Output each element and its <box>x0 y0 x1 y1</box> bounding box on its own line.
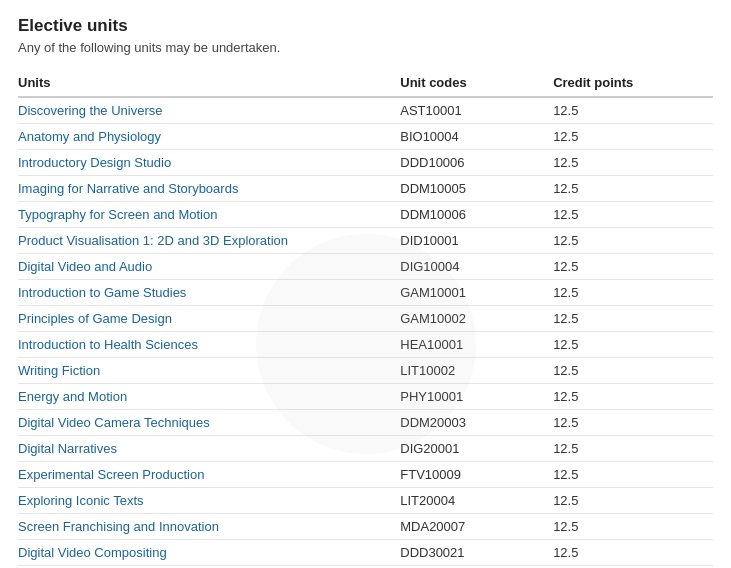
credit-points: 12.5 <box>553 124 713 150</box>
credit-points: 12.5 <box>553 176 713 202</box>
unit-link[interactable]: Product Visualisation 1: 2D and 3D Explo… <box>18 233 288 248</box>
credit-points: 12.5 <box>553 150 713 176</box>
table-row: Introduction to Game StudiesGAM1000112.5 <box>18 280 713 306</box>
unit-code: DIG20001 <box>400 436 553 462</box>
credit-points: 12.5 <box>553 228 713 254</box>
elective-units-table-wrapper: Units Unit codes Credit points Discoveri… <box>18 69 713 568</box>
table-row: Principles of Game DesignGAM1000212.5 <box>18 306 713 332</box>
unit-link[interactable]: Principles of Game Design <box>18 311 172 326</box>
unit-code: DDM10006 <box>400 202 553 228</box>
unit-code: LIT10002 <box>400 358 553 384</box>
unit-code: DID10001 <box>400 228 553 254</box>
unit-code: LIT20004 <box>400 488 553 514</box>
table-row: Product Visualisation 1: 2D and 3D Explo… <box>18 228 713 254</box>
section-title: Elective units <box>18 16 713 36</box>
unit-code: DDM10005 <box>400 176 553 202</box>
credit-points: 12.5 <box>553 488 713 514</box>
unit-code: HEA10001 <box>400 332 553 358</box>
credit-points: 12.5 <box>553 254 713 280</box>
table-row: Experimental Screen ProductionFTV1000912… <box>18 462 713 488</box>
table-row: Digital NarrativesDIG2000112.5 <box>18 436 713 462</box>
table-row: Writing FictionLIT1000212.5 <box>18 358 713 384</box>
unit-link[interactable]: Screen Franchising and Innovation <box>18 519 219 534</box>
table-row: Introductory Design StudioDDD1000612.5 <box>18 150 713 176</box>
credit-points: 12.5 <box>553 462 713 488</box>
unit-code: GAM10001 <box>400 280 553 306</box>
table-row: Digital Video Camera TechniquesDDM200031… <box>18 410 713 436</box>
table-body: Discovering the UniverseAST1000112.5Anat… <box>18 97 713 568</box>
unit-link[interactable]: Introductory Design Studio <box>18 155 171 170</box>
table-row: Digital Video and AudioDIG1000412.5 <box>18 254 713 280</box>
credit-points: 12.5 <box>553 540 713 566</box>
unit-link[interactable]: Typography for Screen and Motion <box>18 207 217 222</box>
unit-code: BIO10004 <box>400 124 553 150</box>
table-row: Typography for Screen and MotionDDM10006… <box>18 202 713 228</box>
table-header-row: Units Unit codes Credit points <box>18 69 713 97</box>
page-container: Elective units Any of the following unit… <box>0 0 731 568</box>
unit-link[interactable]: Digital Video and Audio <box>18 259 152 274</box>
unit-link[interactable]: Digital Narratives <box>18 441 117 456</box>
credit-points: 12.5 <box>553 97 713 124</box>
unit-code: AST10001 <box>400 97 553 124</box>
section-subtitle: Any of the following units may be undert… <box>18 40 713 55</box>
unit-code: PHY10001 <box>400 384 553 410</box>
credit-points: 12.5 <box>553 384 713 410</box>
unit-link[interactable]: Digital Video Camera Techniques <box>18 415 210 430</box>
unit-code: GAM10002 <box>400 306 553 332</box>
unit-link[interactable]: Imaging for Narrative and Storyboards <box>18 181 238 196</box>
credit-points: 12.5 <box>553 514 713 540</box>
credit-points: 12.5 <box>553 436 713 462</box>
credit-points: 12.5 <box>553 410 713 436</box>
unit-code: MDA20007 <box>400 514 553 540</box>
table-row: Screen Franchising and InnovationMDA2000… <box>18 514 713 540</box>
unit-link[interactable]: Discovering the Universe <box>18 103 163 118</box>
col-header-units: Units <box>18 69 400 97</box>
credit-points: 12.5 <box>553 202 713 228</box>
credit-points: 12.5 <box>553 332 713 358</box>
table-row: Introduction to Health SciencesHEA100011… <box>18 332 713 358</box>
credit-points: 12.5 <box>553 280 713 306</box>
unit-code: DIG10004 <box>400 254 553 280</box>
table-row: Imaging for Narrative and StoryboardsDDM… <box>18 176 713 202</box>
unit-link[interactable]: Writing Fiction <box>18 363 100 378</box>
unit-link[interactable]: Energy and Motion <box>18 389 127 404</box>
elective-units-table: Units Unit codes Credit points Discoveri… <box>18 69 713 568</box>
unit-link[interactable]: Introduction to Game Studies <box>18 285 186 300</box>
table-row: Digital Video CompositingDDD3002112.5 <box>18 540 713 566</box>
unit-code: FTV10009 <box>400 462 553 488</box>
credit-points: 12.5 <box>553 358 713 384</box>
unit-link[interactable]: Experimental Screen Production <box>18 467 204 482</box>
unit-code: DDD30021 <box>400 540 553 566</box>
col-header-credit-points: Credit points <box>553 69 713 97</box>
unit-code: DDM20003 <box>400 410 553 436</box>
unit-link[interactable]: Anatomy and Physiology <box>18 129 161 144</box>
col-header-unit-codes: Unit codes <box>400 69 553 97</box>
unit-link[interactable]: Digital Video Compositing <box>18 545 167 560</box>
table-row: Discovering the UniverseAST1000112.5 <box>18 97 713 124</box>
unit-link[interactable]: Introduction to Health Sciences <box>18 337 198 352</box>
table-row: Energy and MotionPHY1000112.5 <box>18 384 713 410</box>
unit-code: DDD10006 <box>400 150 553 176</box>
credit-points: 12.5 <box>553 306 713 332</box>
table-row: Anatomy and PhysiologyBIO1000412.5 <box>18 124 713 150</box>
table-row: Exploring Iconic TextsLIT2000412.5 <box>18 488 713 514</box>
unit-link[interactable]: Exploring Iconic Texts <box>18 493 144 508</box>
